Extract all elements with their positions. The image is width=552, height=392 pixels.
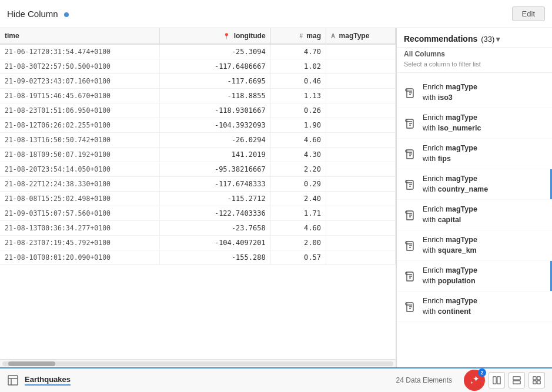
cell-time: 21-08-30T22:57:50.500+0100 (0, 59, 159, 74)
toolbar-dot (64, 12, 69, 17)
rec-text: Enrich magTypewith fips (423, 143, 477, 164)
svg-rect-20 (497, 377, 500, 384)
cell-longitude: -118.8855 (159, 89, 270, 103)
cell-longitude: -117.6748333 (159, 177, 270, 192)
panel-title: Recommendations (33) (404, 34, 494, 43)
table-row: 21-08-12T06:26:02.255+0100-104.39320931.… (0, 118, 396, 133)
cell-magtype (326, 89, 396, 103)
rec-text: Enrich magTypewith square_km (423, 235, 477, 256)
cell-time: 21-08-19T15:46:45.670+0100 (0, 89, 159, 103)
magtype-icon: A (331, 33, 335, 39)
cell-magtype (326, 44, 396, 59)
rec-text: Enrich magTypewith country_name (423, 174, 488, 195)
cell-time: 21-08-22T12:24:38.330+0100 (0, 177, 159, 192)
col-mag-label: mag (306, 32, 321, 40)
layout-icon-1 (493, 376, 501, 384)
cell-magtype (326, 192, 396, 206)
cell-magtype (326, 59, 396, 74)
rec-text: Enrich magTypewith capital (423, 205, 477, 225)
panel-count: (33) (481, 35, 494, 43)
cell-time: 21-08-12T06:26:02.255+0100 (0, 118, 159, 133)
cell-magtype (326, 221, 396, 236)
cell-magtype (326, 236, 396, 250)
cell-longitude: -122.7403336 (159, 206, 270, 221)
horizontal-scrollbar[interactable] (0, 359, 396, 367)
action-enrich-button[interactable]: 2 (464, 370, 485, 391)
panel-header: Recommendations (33) ▼ (397, 28, 552, 48)
table-row: 21-09-02T23:43:07.160+0100-117.66950.46 (0, 74, 396, 89)
cell-magtype (326, 162, 396, 177)
rec-item[interactable]: Enrich magTypewith population (397, 261, 552, 292)
cell-mag: 1.90 (270, 118, 326, 133)
rec-book-icon (404, 209, 417, 222)
cell-longitude: -26.0294 (159, 133, 270, 148)
table-row: 21-08-23T01:51:06.950+0100-118.93016670.… (0, 103, 396, 118)
toolbar: Hide Column Edit (0, 0, 552, 28)
cell-longitude: 141.2019 (159, 148, 270, 162)
col-header-magtype[interactable]: A magType (326, 28, 396, 44)
layout-icon-2 (513, 376, 521, 384)
rec-text: Enrich magTypewith continent (423, 296, 477, 317)
svg-rect-23 (533, 377, 536, 380)
cell-magtype (326, 74, 396, 89)
right-panel: Recommendations (33) ▼ All Columns Selec… (396, 28, 552, 367)
layout-icon-3 (533, 376, 541, 384)
col-header-longitude[interactable]: 📍 longitude (159, 28, 270, 44)
cell-mag: 0.29 (270, 177, 326, 192)
panel-subtitle: All Columns (397, 48, 552, 59)
edit-button[interactable]: Edit (512, 6, 545, 21)
table-row: 21-08-22T12:24:38.330+0100-117.67483330.… (0, 177, 396, 192)
table-row: 21-08-30T22:57:50.500+0100-117.64866671.… (0, 59, 396, 74)
status-bar: Earthquakes 24 Data Elements 2 (0, 367, 552, 392)
recommendations-list: Enrich magTypewith iso3 Enrich magTypewi… (397, 75, 552, 367)
rec-item[interactable]: Enrich magTypewith fips (397, 139, 552, 169)
cell-mag: 0.57 (270, 250, 326, 265)
cell-mag: 0.46 (270, 74, 326, 89)
col-header-time[interactable]: time (0, 28, 159, 44)
rec-book-icon (404, 148, 417, 160)
cell-time: 21-08-08T15:25:02.498+0100 (0, 192, 159, 206)
cell-mag: 0.26 (270, 103, 326, 118)
rec-item[interactable]: Enrich magTypewith iso_numeric (397, 108, 552, 139)
panel-title-text: Recommendations (404, 34, 477, 43)
cell-mag: 1.02 (270, 59, 326, 74)
table-section: time 📍 longitude # mag A magType (0, 28, 396, 367)
data-table: time 📍 longitude # mag A magType (0, 28, 396, 265)
svg-rect-16 (8, 376, 18, 385)
panel-chevron-icon[interactable]: ▼ (494, 35, 501, 43)
table-row: 21-09-03T15:07:57.560+0100-122.74033361.… (0, 206, 396, 221)
rec-book-icon (404, 300, 417, 313)
layout-btn-2[interactable] (508, 372, 525, 388)
rec-item[interactable]: Enrich magTypewith country_name (397, 169, 552, 200)
cell-longitude: -104.3932093 (159, 118, 270, 133)
cell-magtype (326, 118, 396, 133)
svg-rect-19 (493, 377, 496, 384)
main-content: time 📍 longitude # mag A magType (0, 28, 552, 367)
cell-time: 21-08-10T08:01:20.090+0100 (0, 250, 159, 265)
table-wrapper[interactable]: time 📍 longitude # mag A magType (0, 28, 396, 359)
cell-longitude: -117.6695 (159, 74, 270, 89)
cell-time: 21-09-02T23:43:07.160+0100 (0, 74, 159, 89)
action-buttons: 2 (464, 370, 545, 391)
layout-btn-1[interactable] (489, 372, 505, 388)
cell-magtype (326, 148, 396, 162)
sheet-name: Earthquakes (25, 375, 71, 386)
data-elements-count: 24 Data Elements (396, 376, 452, 384)
rec-item[interactable]: Enrich magTypewith continent (397, 292, 552, 322)
table-row: 21-08-20T23:54:14.050+0100-95.382166672.… (0, 162, 396, 177)
rec-item[interactable]: Enrich magTypewith square_km (397, 230, 552, 261)
rec-item[interactable]: Enrich magTypewith capital (397, 200, 552, 230)
cell-time: 21-09-03T15:07:57.560+0100 (0, 206, 159, 221)
rec-item[interactable]: Enrich magTypewith iso3 (397, 78, 552, 108)
cell-mag: 4.70 (270, 44, 326, 59)
col-header-mag[interactable]: # mag (270, 28, 326, 44)
rec-book-icon (404, 178, 417, 191)
cell-longitude: -117.6486667 (159, 59, 270, 74)
wand-icon (469, 375, 480, 386)
cell-magtype (326, 103, 396, 118)
toolbar-title-text: Hide Column (7, 9, 58, 19)
table-row: 21-08-13T16:50:50.742+0100-26.02944.60 (0, 133, 396, 148)
layout-btn-3[interactable] (528, 372, 545, 388)
cell-magtype (326, 133, 396, 148)
cell-magtype (326, 250, 396, 265)
